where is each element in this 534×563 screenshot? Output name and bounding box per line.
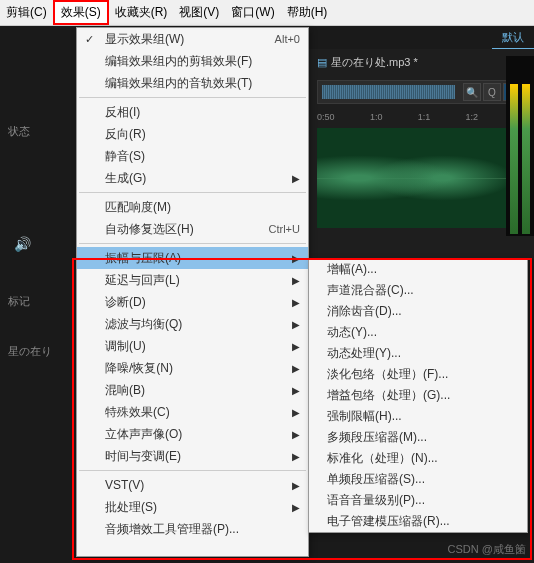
chevron-right-icon: ▶ — [292, 363, 300, 374]
level-meter — [506, 56, 534, 236]
chevron-right-icon: ▶ — [292, 502, 300, 513]
menu-item[interactable]: 振幅与压限(A)▶ — [77, 247, 308, 269]
menu-item[interactable]: 批处理(S)▶ — [77, 496, 308, 518]
menu-item[interactable]: 生成(G)▶ — [77, 167, 308, 189]
menu-item[interactable]: 立体声声像(O)▶ — [77, 423, 308, 445]
menu-item[interactable]: 混响(B)▶ — [77, 379, 308, 401]
submenu-item[interactable]: 单频段压缩器(S)... — [309, 469, 527, 490]
submenu-item[interactable]: 标准化（处理）(N)... — [309, 448, 527, 469]
submenu-item[interactable]: 淡化包络（处理）(F)... — [309, 364, 527, 385]
chevron-right-icon: ▶ — [292, 319, 300, 330]
volume-icon: 🔊 — [14, 236, 31, 252]
menu-item[interactable]: 显示效果组(W)Alt+0 — [77, 28, 308, 50]
file-name: 星の在り处.mp3 * — [331, 55, 418, 70]
menu-item[interactable]: 特殊效果(C)▶ — [77, 401, 308, 423]
menu-item[interactable]: 反向(R) — [77, 123, 308, 145]
submenu-item[interactable]: 声道混合器(C)... — [309, 280, 527, 301]
submenu-item[interactable]: 动态(Y)... — [309, 322, 527, 343]
zoom-in-icon[interactable]: 🔍 — [463, 83, 481, 101]
label-mark: 标记 — [0, 290, 76, 313]
chevron-right-icon: ▶ — [292, 173, 300, 184]
menu-item[interactable]: 调制(U)▶ — [77, 335, 308, 357]
menu-item[interactable]: 音频增效工具管理器(P)... — [77, 518, 308, 540]
chevron-right-icon: ▶ — [292, 385, 300, 396]
effects-menu-dropdown: 显示效果组(W)Alt+0编辑效果组内的剪辑效果(F)编辑效果组内的音轨效果(T… — [76, 27, 309, 557]
menu-help[interactable]: 帮助(H) — [281, 0, 334, 25]
chevron-right-icon: ▶ — [292, 275, 300, 286]
submenu-item[interactable]: 多频段压缩器(M)... — [309, 427, 527, 448]
editor-panel: 默认 ▤ 星の在り处.mp3 * 频 🔍 Q 🎧 缩 0:501:01:11:2… — [309, 27, 534, 259]
menu-effects[interactable]: 效果(S) — [53, 0, 109, 25]
label-status: 状态 — [0, 120, 76, 143]
menu-item[interactable]: 匹配响度(M) — [77, 196, 308, 218]
chevron-right-icon: ▶ — [292, 451, 300, 462]
chevron-right-icon: ▶ — [292, 480, 300, 491]
chevron-right-icon: ▶ — [292, 297, 300, 308]
waveform-icon: ▤ — [317, 56, 327, 69]
menu-item[interactable]: 时间与变调(E)▶ — [77, 445, 308, 467]
menu-window[interactable]: 窗口(W) — [225, 0, 280, 25]
menu-favorites[interactable]: 收藏夹(R) — [109, 0, 174, 25]
zoom-out-icon[interactable]: Q — [483, 83, 501, 101]
menu-item[interactable]: 编辑效果组内的音轨效果(T) — [77, 72, 308, 94]
submenu-item[interactable]: 增益包络（处理）(G)... — [309, 385, 527, 406]
overview-waveform[interactable]: 🔍 Q 🎧 — [317, 80, 526, 104]
menu-item[interactable]: 自动修复选区(H)Ctrl+U — [77, 218, 308, 240]
menu-item[interactable]: 静音(S) — [77, 145, 308, 167]
watermark: CSDN @咸鱼箘 — [448, 542, 526, 557]
tab-default[interactable]: 默认 — [492, 27, 534, 49]
submenu-item[interactable]: 消除齿音(D)... — [309, 301, 527, 322]
submenu-item[interactable]: 增幅(A)... — [309, 259, 527, 280]
menubar: 剪辑(C) 效果(S) 收藏夹(R) 视图(V) 窗口(W) 帮助(H) — [0, 0, 534, 26]
menu-clip[interactable]: 剪辑(C) — [0, 0, 53, 25]
menu-item[interactable]: 降噪/恢复(N)▶ — [77, 357, 308, 379]
timeline-ruler[interactable]: 0:501:01:11:21:3 — [317, 112, 526, 126]
submenu-item[interactable]: 电子管建模压缩器(R)... — [309, 511, 527, 532]
menu-item[interactable]: 滤波与均衡(Q)▶ — [77, 313, 308, 335]
submenu-item[interactable]: 动态处理(Y)... — [309, 343, 527, 364]
chevron-right-icon: ▶ — [292, 253, 300, 264]
menu-item[interactable]: 编辑效果组内的剪辑效果(F) — [77, 50, 308, 72]
main-waveform[interactable]: dB-5-10-15 — [317, 128, 526, 228]
submenu-item[interactable]: 强制限幅(H)... — [309, 406, 527, 427]
menu-item[interactable]: 延迟与回声(L)▶ — [77, 269, 308, 291]
menu-item[interactable]: 反相(I) — [77, 101, 308, 123]
label-track: 星の在り — [0, 340, 76, 363]
submenu-item[interactable]: 语音音量级别(P)... — [309, 490, 527, 511]
chevron-right-icon: ▶ — [292, 341, 300, 352]
menu-view[interactable]: 视图(V) — [173, 0, 225, 25]
menu-item[interactable]: 诊断(D)▶ — [77, 291, 308, 313]
chevron-right-icon: ▶ — [292, 429, 300, 440]
menu-item[interactable]: VST(V)▶ — [77, 474, 308, 496]
amplitude-submenu: 增幅(A)...声道混合器(C)...消除齿音(D)...动态(Y)...动态处… — [308, 258, 528, 533]
chevron-right-icon: ▶ — [292, 407, 300, 418]
